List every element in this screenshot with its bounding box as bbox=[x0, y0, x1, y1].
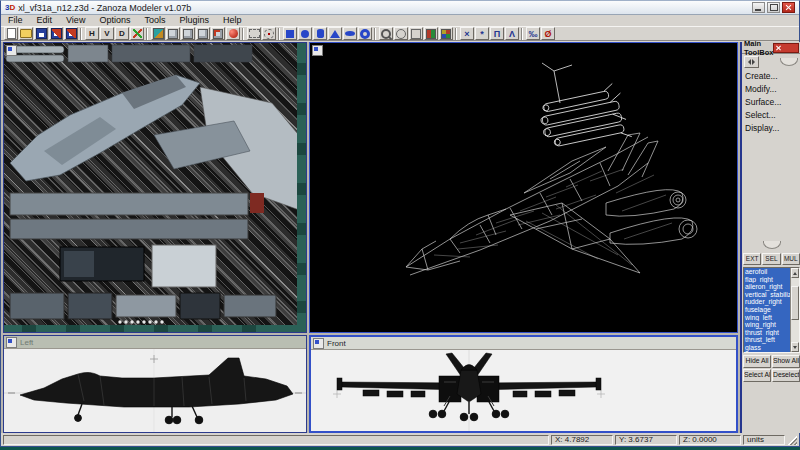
resize-grip[interactable] bbox=[787, 435, 797, 445]
toolbox-close-icon[interactable] bbox=[773, 43, 799, 53]
toolbox-item-surface[interactable]: Surface... bbox=[745, 96, 800, 109]
mul-mode-button[interactable]: MUL bbox=[782, 253, 800, 265]
sel-mode-button[interactable]: SEL bbox=[762, 253, 780, 265]
extrude-tool-icon[interactable]: * bbox=[475, 27, 489, 40]
weld-tool-icon[interactable]: × bbox=[460, 27, 474, 40]
export-icon[interactable] bbox=[64, 27, 78, 40]
scroll-up-icon[interactable] bbox=[791, 268, 799, 278]
attach-tool-icon[interactable]: ‰ bbox=[526, 27, 540, 40]
menu-edit[interactable]: Edit bbox=[30, 15, 60, 26]
flat-view-icon[interactable] bbox=[424, 27, 438, 40]
zoom-icon[interactable] bbox=[379, 27, 393, 40]
menu-plugins[interactable]: Plugins bbox=[172, 15, 216, 26]
copy-object-icon[interactable] bbox=[166, 27, 180, 40]
toggle-v-button[interactable]: V bbox=[100, 27, 114, 40]
main-toolbox-panel: Main ToolBox Create... Modify... Surface… bbox=[740, 42, 800, 433]
viewport-menu-icon[interactable] bbox=[6, 337, 17, 348]
list-item[interactable]: vertical_stabilizer bbox=[744, 291, 790, 299]
viewport-front[interactable]: Front bbox=[309, 335, 738, 433]
uv-mapper-icon[interactable] bbox=[130, 27, 144, 40]
list-item[interactable]: aerofoil bbox=[744, 268, 790, 276]
viewport-menu-icon[interactable] bbox=[313, 338, 324, 349]
textured-view-icon[interactable] bbox=[439, 27, 453, 40]
create-disc-icon[interactable] bbox=[343, 27, 357, 40]
rollup-arc-icon[interactable] bbox=[780, 58, 798, 66]
scroll-track[interactable] bbox=[791, 278, 799, 342]
toolbox-titlebar[interactable]: Main ToolBox bbox=[742, 42, 800, 54]
toolbox-item-display[interactable]: Display... bbox=[745, 122, 800, 135]
status-units: units bbox=[743, 435, 785, 445]
viewport-3d[interactable] bbox=[309, 42, 738, 333]
mirror-tool-icon[interactable]: Λ bbox=[505, 27, 519, 40]
scroll-thumb[interactable] bbox=[791, 286, 799, 320]
toolbox-menu: Create... Modify... Surface... Select...… bbox=[742, 68, 800, 135]
toggle-h-button[interactable]: H bbox=[85, 27, 99, 40]
menu-options[interactable]: Options bbox=[92, 15, 137, 26]
list-item[interactable]: wing_left bbox=[744, 314, 790, 322]
menu-tools[interactable]: Tools bbox=[137, 15, 172, 26]
viewport-left[interactable]: Left bbox=[3, 335, 307, 433]
hide-all-button[interactable]: Hide All bbox=[743, 355, 771, 368]
delete-object-icon[interactable] bbox=[211, 27, 225, 40]
wire-sphere-view-icon[interactable] bbox=[394, 27, 408, 40]
menu-help[interactable]: Help bbox=[216, 15, 249, 26]
list-item[interactable]: aileron_right bbox=[744, 283, 790, 291]
list-item[interactable]: rudder_right bbox=[744, 298, 790, 306]
z-axis-label: Z: bbox=[683, 435, 690, 444]
show-all-button[interactable]: Show All bbox=[772, 355, 800, 368]
list-item[interactable]: flap_right bbox=[744, 276, 790, 284]
import-icon[interactable] bbox=[49, 27, 63, 40]
dock-toggle-icon[interactable] bbox=[744, 56, 759, 68]
titlebar[interactable]: 3D xl_vf31a_n12.z3d - Zanoza Modeler v1.… bbox=[1, 1, 799, 15]
knife-tool-icon[interactable]: Π bbox=[490, 27, 504, 40]
create-sphere-icon[interactable] bbox=[298, 27, 312, 40]
toolbar-separator bbox=[455, 28, 457, 40]
scroll-down-icon[interactable] bbox=[791, 342, 799, 352]
close-button[interactable] bbox=[782, 2, 795, 13]
list-item[interactable]: thrust_left bbox=[744, 336, 790, 344]
toolbox-item-modify[interactable]: Modify... bbox=[745, 83, 800, 96]
ext-mode-button[interactable]: EXT bbox=[743, 253, 761, 265]
list-item[interactable]: glass bbox=[744, 344, 790, 352]
status-z-coordinate: Z: 0.0000 bbox=[679, 435, 741, 445]
list-item[interactable]: wing_right bbox=[744, 321, 790, 329]
create-cone-icon[interactable] bbox=[328, 27, 342, 40]
deselect-button[interactable]: Deselect bbox=[772, 369, 800, 382]
open-file-icon[interactable] bbox=[19, 27, 33, 40]
menu-view[interactable]: View bbox=[59, 15, 92, 26]
maximize-button[interactable] bbox=[767, 2, 780, 13]
paste-object-icon[interactable] bbox=[181, 27, 195, 40]
wire-box-view-icon[interactable] bbox=[409, 27, 423, 40]
select-rectangle-icon[interactable] bbox=[247, 27, 261, 40]
toolbox-item-select[interactable]: Select... bbox=[745, 109, 800, 122]
create-cylinder-icon[interactable] bbox=[313, 27, 327, 40]
toolbox-arc-row bbox=[742, 241, 800, 251]
list-item[interactable]: thrust_right bbox=[744, 329, 790, 337]
clone-object-icon[interactable] bbox=[196, 27, 210, 40]
save-file-icon[interactable] bbox=[34, 27, 48, 40]
menu-bar: File Edit View Options Tools Plugins Hel… bbox=[1, 15, 799, 26]
material-editor-icon[interactable] bbox=[151, 27, 165, 40]
new-file-icon[interactable] bbox=[4, 27, 18, 40]
object-list[interactable]: aerofoil flap_right aileron_right vertic… bbox=[743, 267, 800, 353]
list-item[interactable]: fuselage bbox=[744, 306, 790, 314]
viewport-menu-icon[interactable] bbox=[312, 45, 323, 56]
create-torus-icon[interactable] bbox=[358, 27, 372, 40]
z-axis-value: 0.0000 bbox=[692, 435, 716, 444]
viewport-menu-icon[interactable] bbox=[6, 45, 17, 56]
toolbox-item-create[interactable]: Create... bbox=[745, 70, 800, 83]
menu-file[interactable]: File bbox=[1, 15, 30, 26]
rollup-arc-icon[interactable] bbox=[763, 241, 781, 249]
app-logo-icon: 3D bbox=[5, 3, 15, 12]
zmodeler-window: 3D xl_vf31a_n12.z3d - Zanoza Modeler v1.… bbox=[0, 0, 800, 447]
list-scrollbar[interactable] bbox=[790, 268, 799, 352]
select-circle-icon[interactable] bbox=[262, 27, 276, 40]
zmodeler-tool-icon[interactable]: Ø bbox=[541, 27, 555, 40]
toggle-d-button[interactable]: D bbox=[115, 27, 129, 40]
render-icon[interactable] bbox=[226, 27, 240, 40]
create-box-icon[interactable] bbox=[283, 27, 297, 40]
minimize-button[interactable] bbox=[752, 2, 765, 13]
toolbar-separator bbox=[278, 28, 280, 40]
select-all-button[interactable]: Select All bbox=[743, 369, 771, 382]
viewport-texture[interactable] bbox=[3, 42, 307, 333]
